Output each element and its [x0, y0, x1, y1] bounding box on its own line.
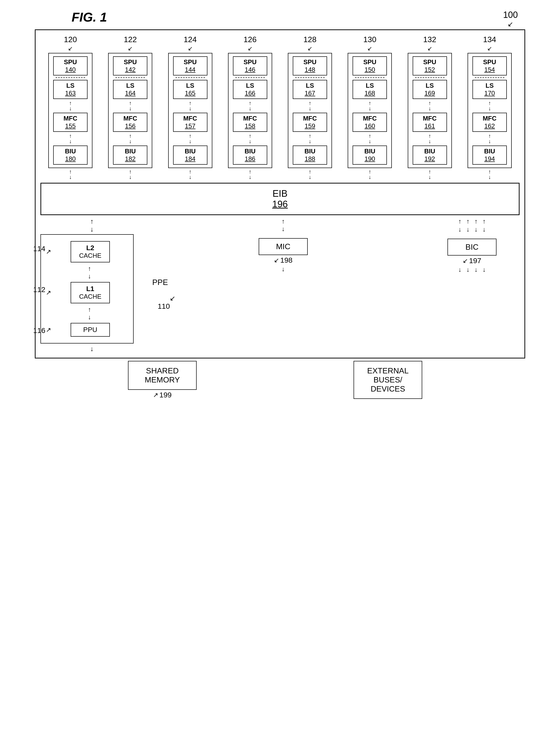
spu-ref-0: 120 [64, 35, 77, 44]
ls-mfc-arrow-6: ↑↓ [428, 101, 431, 111]
spu-label-3: SPU [234, 58, 266, 66]
mfc-biu-arrow-6: ↑↓ [428, 133, 431, 144]
mfc-label-7: MFC [474, 115, 505, 122]
ls-num-7: 170 [474, 89, 505, 97]
ls-num-0: 163 [55, 89, 86, 97]
ls-label-2: LS [175, 82, 206, 89]
mic-label: MIC [263, 242, 304, 251]
ls-mfc-arrow-0: ↑↓ [69, 101, 72, 111]
spu-ref-arrow-6: ↙ [427, 45, 432, 52]
biu-label-2: BIU [175, 148, 206, 155]
spu-num-5: 150 [354, 66, 385, 74]
ls-mfc-arrow-2: ↑↓ [189, 101, 191, 111]
mfc-label-4: MFC [294, 115, 326, 122]
shared-memory-ref-arrow: ↗ [153, 391, 158, 399]
mfc-num-2: 157 [175, 122, 206, 130]
biu-eib-arrow-1: ↑↓ [129, 169, 132, 180]
mfc-label-6: MFC [414, 115, 445, 122]
ls-label-6: LS [414, 82, 445, 89]
mfc-biu-arrow-7: ↑↓ [488, 133, 491, 144]
spu-unit-0: 120 ↙ SPU 140 LS 163 ↑↓ MFC 155 ↑↓ [45, 35, 96, 180]
spu-unit-5: 130 ↙ SPU 150 LS 168 ↑↓ MFC 160 ↑↓ [344, 35, 395, 180]
mfc-biu-arrow-0: ↑↓ [69, 133, 72, 144]
spu-num-4: 148 [294, 66, 326, 74]
biu-label-3: BIU [234, 148, 266, 155]
l1-ref: 112 [33, 286, 45, 294]
biu-module-5: BIU 190 [353, 146, 387, 165]
spu-module-6: SPU 152 [413, 56, 447, 75]
biu-num-1: 182 [115, 155, 146, 163]
dashed-0 [56, 77, 85, 78]
biu-num-7: 194 [474, 155, 505, 163]
ls-mfc-arrow-5: ↑↓ [369, 101, 371, 111]
ls-label-4: LS [294, 82, 326, 89]
biu-num-0: 180 [55, 155, 86, 163]
mfc-module-3: MFC 158 [233, 113, 267, 132]
l1-wrapper: 112 ↗ L1 CACHE [46, 281, 128, 305]
shared-memory-ref-wrapper: ↗ 199 [153, 391, 172, 399]
biu-label-1: BIU [115, 148, 146, 155]
biu-module-7: BIU 194 [472, 146, 507, 165]
spu-num-0: 140 [55, 66, 86, 74]
l2-ref-arrow: ↗ [46, 248, 51, 256]
spu-inner-4: SPU 148 LS 167 ↑↓ MFC 159 ↑↓ BIU 188 [288, 53, 332, 168]
bic-down-arrows: ↓↓↓↓ [458, 266, 486, 274]
l1-ppu-arrows: ↑↓ [51, 306, 128, 321]
eib-label: EIB [46, 189, 514, 199]
spu-inner-2: SPU 144 LS 165 ↑↓ MFC 157 ↑↓ BIU 184 [168, 53, 212, 168]
biu-module-2: BIU 184 [173, 146, 207, 165]
ppe-label: PPE [152, 278, 168, 287]
ppe-outer-box: 114 ↗ L2 CACHE ↑↓ 1 [40, 234, 134, 344]
spu-module-5: SPU 150 [353, 56, 387, 75]
l2-label: L2 [73, 244, 108, 252]
spu-module-1: SPU 142 [113, 56, 147, 75]
ext-buses-line1: EXTERNAL [356, 366, 419, 375]
spu-num-2: 144 [175, 66, 206, 74]
spu-num-3: 146 [234, 66, 266, 74]
dashed-6 [415, 77, 445, 78]
eib-section: EIB 196 [40, 183, 520, 215]
main-box: 120 ↙ SPU 140 LS 163 ↑↓ MFC 155 ↑↓ [35, 29, 525, 359]
biu-num-6: 192 [414, 155, 445, 163]
spu-ref-arrow-5: ↙ [367, 45, 372, 52]
spu-unit-1: 122 ↙ SPU 142 LS 164 ↑↓ MFC 156 ↑↓ [104, 35, 156, 180]
mfc-module-4: MFC 159 [293, 113, 327, 132]
bic-up-arrows: ↑↑↑↑ [458, 218, 486, 225]
spu-ref-4: 128 [303, 35, 316, 44]
spu-inner-6: SPU 152 LS 169 ↑↓ MFC 161 ↑↓ BIU 192 [408, 53, 452, 168]
bic-ref-arrow: ↙ [463, 257, 468, 265]
biu-module-0: BIU 180 [53, 146, 88, 165]
spu-ref-arrow-7: ↙ [487, 45, 492, 52]
spu-label-6: SPU [414, 58, 445, 66]
mfc-module-7: MFC 162 [472, 113, 507, 132]
biu-eib-arrow-0: ↑↓ [69, 169, 72, 180]
biu-label-7: BIU [474, 148, 505, 155]
l1-sub: CACHE [73, 293, 108, 301]
external-row: SHARED MEMORY ↗ 199 EXTERNAL BUSES/ DEVI… [35, 361, 525, 399]
spu-ref-arrow-2: ↙ [188, 45, 193, 52]
ls-num-2: 165 [175, 89, 206, 97]
spu-label-5: SPU [354, 58, 385, 66]
ls-label-5: LS [354, 82, 385, 89]
ext-buses-line2: BUSES/ [356, 375, 419, 384]
shared-memory-wrapper: SHARED MEMORY ↗ 199 [128, 361, 197, 399]
spu-unit-6: 132 ↙ SPU 152 LS 169 ↑↓ MFC 161 ↑↓ [404, 35, 456, 180]
shared-memory-ref: 199 [159, 391, 172, 399]
l1-label: L1 [73, 285, 108, 293]
ls-module-1: LS 164 [113, 80, 147, 99]
ppu-box: PPU [71, 323, 110, 337]
biu-module-1: BIU 182 [113, 146, 147, 165]
dashed-7 [475, 77, 504, 78]
bic-ref-wrapper: ↙ 197 [463, 257, 481, 265]
mic-ref-arrow: ↙ [274, 257, 279, 264]
ppe-ref: 110 [158, 302, 170, 311]
mfc-num-3: 158 [234, 122, 266, 130]
ls-mfc-arrow-3: ↑↓ [249, 101, 251, 111]
ls-module-7: LS 170 [472, 80, 507, 99]
mic-section: ↑↓ MIC ↙ 198 ↓ [246, 218, 320, 273]
mfc-biu-arrow-1: ↑↓ [129, 133, 132, 144]
bic-section: ↑↑↑↑ ↓↓↓↓ BIC ↙ 197 ↓↓↓↓ [423, 218, 521, 274]
mfc-label-5: MFC [354, 115, 385, 122]
dashed-1 [115, 77, 145, 78]
spu-module-7: SPU 154 [472, 56, 507, 75]
